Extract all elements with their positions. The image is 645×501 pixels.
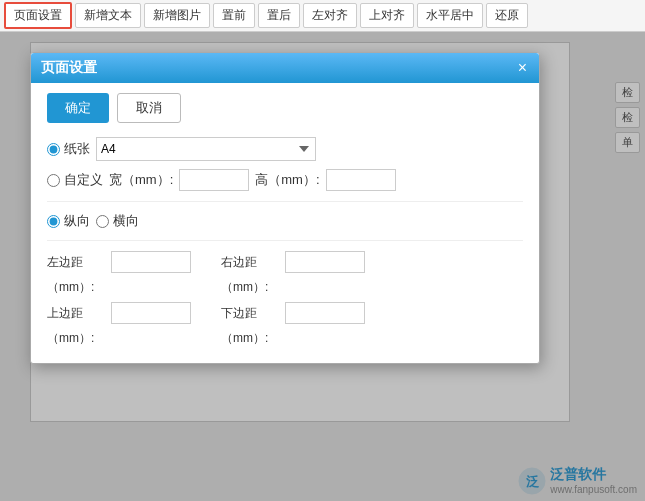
bottom-margin-label: 下边距 (221, 305, 281, 322)
dialog-close-button[interactable]: × (516, 60, 529, 76)
divider-2 (47, 240, 523, 241)
toolbar: 页面设置 新增文本 新增图片 置前 置后 左对齐 上对齐 水平居中 还原 (0, 0, 645, 32)
dialog-title: 页面设置 (41, 59, 97, 77)
right-margins-col: 右边距 （mm）: 下边距 （mm）: (221, 251, 365, 347)
restore-button[interactable]: 还原 (486, 3, 528, 28)
width-input[interactable] (179, 169, 249, 191)
width-label: 宽（mm）: (109, 171, 173, 189)
portrait-label: 纵向 (64, 212, 90, 230)
left-margin-input[interactable] (111, 251, 191, 273)
custom-label: 自定义 (64, 171, 103, 189)
dialog-buttons: 确定 取消 (47, 93, 523, 123)
dialog-titlebar: 页面设置 × (31, 53, 539, 83)
bottom-margin-row: 下边距 (221, 302, 365, 324)
height-input[interactable] (326, 169, 396, 191)
page-setup-dialog: 页面设置 × 确定 取消 纸张 A4 (30, 52, 540, 364)
center-h-button[interactable]: 水平居中 (417, 3, 483, 28)
right-margin-unit: （mm）: (221, 279, 281, 296)
orientation-row: 纵向 横向 (47, 212, 523, 230)
cancel-button[interactable]: 取消 (117, 93, 181, 123)
top-margin-label: 上边距 (47, 305, 107, 322)
portrait-radio-label[interactable]: 纵向 (47, 212, 90, 230)
page-setup-button[interactable]: 页面设置 (4, 2, 72, 29)
right-margin-row: 右边距 (221, 251, 365, 273)
paper-row: 纸张 A4 (47, 137, 523, 161)
dialog-body: 确定 取消 纸张 A4 自定义 (31, 83, 539, 363)
landscape-radio[interactable] (96, 215, 109, 228)
right-margin-label: 右边距 (221, 254, 281, 271)
paper-radio-label[interactable]: 纸张 (47, 140, 90, 158)
divider-1 (47, 201, 523, 202)
main-area: 检 检 单 页面设置 × 确定 取消 纸张 (0, 32, 645, 501)
bottom-unit-row: （mm）: (221, 330, 365, 347)
add-text-button[interactable]: 新增文本 (75, 3, 141, 28)
align-left-button[interactable]: 左对齐 (303, 3, 357, 28)
confirm-button[interactable]: 确定 (47, 93, 109, 123)
landscape-label: 横向 (113, 212, 139, 230)
paper-select[interactable]: A4 (96, 137, 316, 161)
custom-row: 自定义 宽（mm）: 高（mm）: (47, 169, 523, 191)
right-margin-input[interactable] (285, 251, 365, 273)
align-top-button[interactable]: 上对齐 (360, 3, 414, 28)
portrait-radio[interactable] (47, 215, 60, 228)
top-margin-input[interactable] (111, 302, 191, 324)
bring-front-button[interactable]: 置前 (213, 3, 255, 28)
height-label: 高（mm）: (255, 171, 319, 189)
paper-radio[interactable] (47, 143, 60, 156)
top-margin-unit: （mm）: (47, 330, 107, 347)
margins-section: 左边距 （mm）: 上边距 （mm）: (47, 251, 523, 347)
left-margin-label: 左边距 (47, 254, 107, 271)
paper-section: 纸张 A4 自定义 宽（mm）: 高（mm）: (47, 137, 523, 191)
left-margins-col: 左边距 （mm）: 上边距 （mm）: (47, 251, 191, 347)
top-margin-row: 上边距 (47, 302, 191, 324)
right-unit-row: （mm）: (221, 279, 365, 296)
bring-back-button[interactable]: 置后 (258, 3, 300, 28)
landscape-radio-label[interactable]: 横向 (96, 212, 139, 230)
bottom-margin-input[interactable] (285, 302, 365, 324)
custom-radio[interactable] (47, 174, 60, 187)
top-unit-row: （mm）: (47, 330, 191, 347)
left-unit-row: （mm）: (47, 279, 191, 296)
left-margin-unit: （mm）: (47, 279, 107, 296)
add-image-button[interactable]: 新增图片 (144, 3, 210, 28)
custom-radio-label[interactable]: 自定义 (47, 171, 103, 189)
paper-label: 纸张 (64, 140, 90, 158)
bottom-margin-unit: （mm）: (221, 330, 281, 347)
left-margin-row: 左边距 (47, 251, 191, 273)
